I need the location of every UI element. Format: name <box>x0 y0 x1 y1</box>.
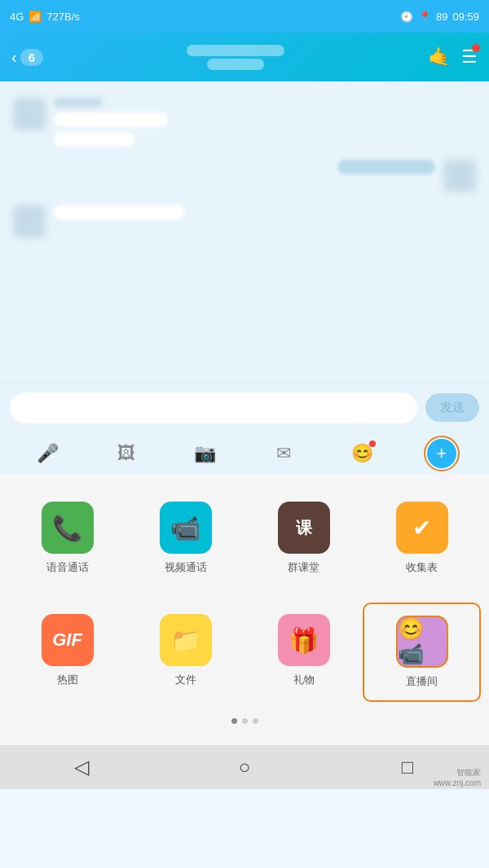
menu-panel: 📞 语音通话 📹 视频通话 课 群课堂 ✔ 收集表 <box>0 474 489 745</box>
url-label: www.znj.com <box>434 778 481 787</box>
header: ‹ 6 🤙 ☰ <box>0 33 489 81</box>
time-label: 09:59 <box>452 11 479 23</box>
menu-button[interactable]: ☰ <box>461 46 478 68</box>
collect-form-label: 收集表 <box>406 560 438 575</box>
toolbar: 🎤 🖼 📷 ✉ 😊 + <box>0 432 489 474</box>
bubble-blur-1 <box>54 112 168 127</box>
emoji-dot <box>369 441 376 447</box>
status-left: 4G 📶 727B/s <box>10 11 80 23</box>
hot-gif-label: 热图 <box>57 673 78 687</box>
location-icon: 📍 <box>418 11 431 23</box>
message-row-2 <box>13 160 476 192</box>
chat-area <box>0 81 489 383</box>
back-arrow-icon: ‹ <box>11 48 17 67</box>
dots-indicator <box>8 718 481 724</box>
title-blurred <box>43 45 428 70</box>
menu-item-live-room[interactable]: 😊📹 直播间 <box>363 603 481 702</box>
dot-1 <box>231 718 237 724</box>
live-room-label: 直播间 <box>406 674 438 689</box>
watermark: 智能家 www.znj.com <box>434 767 481 787</box>
bubble-group-3 <box>54 205 184 220</box>
menu-item-collect-form[interactable]: ✔ 收集表 <box>363 490 481 586</box>
emoji-button[interactable]: 😊 <box>345 436 381 471</box>
name-blur-1 <box>54 98 103 107</box>
phone-icon: 📞 <box>42 502 94 554</box>
bottom-nav: ◁ ○ □ 智能家 www.znj.com <box>0 745 489 789</box>
avatar-blur-3 <box>13 205 46 238</box>
home-nav-icon: ○ <box>239 756 251 778</box>
send-button[interactable]: 发送 <box>425 393 479 422</box>
bubble-group-2 <box>337 160 435 174</box>
back-nav-icon: ◁ <box>74 756 89 778</box>
bubble-group-1 <box>54 98 168 147</box>
avatar-blur-1 <box>13 98 46 130</box>
back-button[interactable]: ‹ 6 <box>11 48 43 67</box>
header-title <box>43 45 428 70</box>
home-nav-button[interactable]: ○ <box>224 747 265 787</box>
menu-grid-row2: GIF 热图 📁 文件 🎁 礼物 😊📹 直播间 <box>8 603 481 702</box>
menu-item-hot-gif[interactable]: GIF 热图 <box>8 603 126 702</box>
speed-label: 727B/s <box>46 11 79 23</box>
group-course-label: 群课堂 <box>288 560 319 575</box>
avatar-blur-2 <box>443 160 476 192</box>
hand-icon: 🤙 <box>428 46 450 67</box>
menu-grid-row1: 📞 语音通话 📹 视频通话 课 群课堂 ✔ 收集表 <box>8 490 481 586</box>
recents-nav-icon: □ <box>402 756 414 778</box>
file-label: 文件 <box>175 673 196 687</box>
header-icons: 🤙 ☰ <box>428 46 478 68</box>
hand-icon-button[interactable]: 🤙 <box>428 46 450 68</box>
signal-icon: 4G <box>10 11 24 23</box>
status-right: 🕘 📍 89 09:59 <box>400 11 479 23</box>
plus-button-wrapper: + <box>424 436 460 471</box>
back-badge[interactable]: 6 <box>20 49 43 66</box>
message-row-3 <box>13 205 476 238</box>
gif-icon: GIF <box>42 614 94 666</box>
menu-item-video-call[interactable]: 📹 视频通话 <box>126 490 244 586</box>
message-input[interactable] <box>10 392 417 423</box>
collect-icon: ✔ <box>396 502 448 554</box>
file-icon: 📁 <box>160 614 212 666</box>
title-line2 <box>207 59 264 70</box>
envelope-icon: ✉ <box>276 443 291 464</box>
brand-label: 智能家 <box>434 767 481 778</box>
live-icon: 😊📹 <box>396 616 448 668</box>
notification-dot <box>472 44 480 52</box>
video-icon: 📹 <box>160 502 212 554</box>
image-button[interactable]: 🖼 <box>108 436 144 471</box>
status-bar: 4G 📶 727B/s 🕘 📍 89 09:59 <box>0 0 489 33</box>
voice-call-label: 语音通话 <box>46 560 89 575</box>
dot-3 <box>253 718 258 724</box>
camera-button[interactable]: 📷 <box>187 436 223 471</box>
camera-icon: 📷 <box>194 443 216 464</box>
menu-item-file[interactable]: 📁 文件 <box>126 603 244 702</box>
battery-label: 89 <box>436 11 447 23</box>
mic-button[interactable]: 🎤 <box>29 436 65 471</box>
bubble-blur-2 <box>54 132 135 147</box>
title-line1 <box>187 45 284 56</box>
video-call-label: 视频通话 <box>165 560 207 575</box>
input-area: 发送 <box>0 383 489 432</box>
course-icon: 课 <box>278 502 330 554</box>
gift-icon: 🎁 <box>278 614 330 666</box>
bubble-blur-4 <box>54 205 184 220</box>
bubble-blur-3 <box>337 160 435 174</box>
image-icon: 🖼 <box>117 443 135 464</box>
dot-2 <box>242 718 248 724</box>
recents-nav-button[interactable]: □ <box>387 747 428 787</box>
menu-item-group-course[interactable]: 课 群课堂 <box>244 490 363 586</box>
back-nav-button[interactable]: ◁ <box>61 747 102 787</box>
plus-button[interactable]: + <box>427 439 456 468</box>
mic-icon: 🎤 <box>37 443 59 464</box>
envelope-button[interactable]: ✉ <box>266 436 302 471</box>
menu-item-voice-call[interactable]: 📞 语音通话 <box>8 490 126 586</box>
message-row-1 <box>13 98 476 147</box>
wifi-icon: 📶 <box>29 11 42 23</box>
menu-item-gift[interactable]: 🎁 礼物 <box>244 603 363 702</box>
gift-label: 礼物 <box>293 673 315 687</box>
plus-icon: + <box>436 443 447 464</box>
clock-icon: 🕘 <box>400 11 413 23</box>
